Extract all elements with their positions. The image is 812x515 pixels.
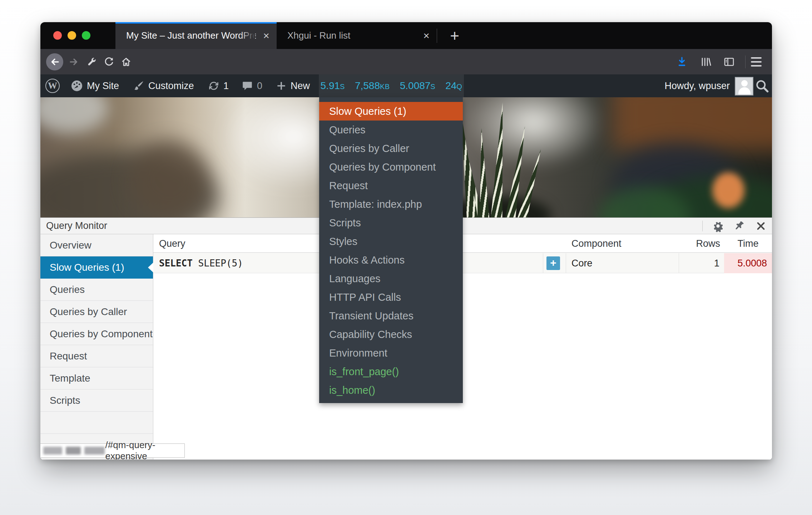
qm-menu-item-environment[interactable]: Environment bbox=[319, 344, 463, 362]
status-link-path: /#qm-query-expensive bbox=[105, 440, 184, 460]
update-arrows-icon bbox=[208, 80, 220, 92]
qm-menu-item-queries-by-component[interactable]: Queries by Component bbox=[319, 158, 463, 176]
reload-button[interactable] bbox=[101, 49, 117, 74]
tab-title: My Site – Just another WordPress si bbox=[115, 30, 256, 41]
qm-menu-item-slow-queries[interactable]: Slow Queries (1) bbox=[319, 102, 463, 121]
hero-chair-blur bbox=[130, 140, 208, 217]
wrench-button[interactable] bbox=[84, 49, 100, 74]
query-monitor-admin-item[interactable]: 5.91s 7,588kb 5.0087s 24q bbox=[319, 74, 464, 97]
qm-pin-button[interactable] bbox=[733, 220, 746, 232]
my-site-label: My Site bbox=[87, 80, 119, 92]
component-cell: Core bbox=[571, 253, 593, 273]
status-tooltip: /#qm-query-expensive bbox=[40, 443, 185, 458]
comments-menu[interactable]: 0 bbox=[241, 74, 262, 97]
comment-count: 0 bbox=[257, 80, 262, 92]
tab-close-icon[interactable]: × bbox=[256, 30, 277, 42]
my-site-menu[interactable]: My Site bbox=[70, 74, 119, 97]
hamburger-icon bbox=[751, 57, 762, 67]
wrench-icon bbox=[86, 57, 97, 67]
qm-menu-item-queries-by-caller[interactable]: Queries by Caller bbox=[319, 139, 463, 158]
qm-sidebar-item-queries-by-component[interactable]: Queries by Component bbox=[40, 323, 153, 345]
tab-xhgui[interactable]: Xhgui - Run list × bbox=[277, 22, 437, 49]
home-button[interactable] bbox=[118, 49, 134, 74]
qm-sidebar-item-overview[interactable]: Overview bbox=[40, 234, 153, 256]
sql-query-text: SELECT SLEEP(5) bbox=[159, 253, 243, 273]
new-tab-button[interactable]: + bbox=[442, 22, 467, 49]
qm-panel-title: Query Monitor bbox=[40, 220, 107, 231]
qm-menu-item-template[interactable]: Template: index.php bbox=[319, 195, 463, 214]
wp-logo-menu[interactable]: W bbox=[45, 74, 60, 97]
qm-menu-item-is-home[interactable]: is_home() bbox=[319, 381, 463, 399]
qm-sidebar-item-slow-queries[interactable]: Slow Queries (1) bbox=[40, 256, 153, 279]
stat-page-time: 5.91s bbox=[321, 80, 345, 92]
reload-icon bbox=[104, 57, 114, 67]
qm-menu-item-styles[interactable]: Styles bbox=[319, 232, 463, 251]
column-divider bbox=[543, 253, 543, 273]
sidebar-toggle-button[interactable] bbox=[723, 49, 735, 74]
downloads-button[interactable] bbox=[676, 49, 688, 74]
qm-close-button[interactable] bbox=[755, 220, 767, 232]
wp-admin-bar: W My Site Customize 1 0 bbox=[40, 74, 772, 97]
zoom-window-button[interactable] bbox=[82, 31, 90, 40]
browser-window: My Site – Just another WordPress si × Xh… bbox=[40, 22, 772, 460]
forward-icon bbox=[69, 57, 79, 67]
qm-col-time: Time bbox=[724, 234, 772, 253]
expand-row-button[interactable]: + bbox=[546, 256, 560, 270]
customize-menu[interactable]: Customize bbox=[133, 74, 194, 97]
qm-menu-item-capability-checks[interactable]: Capability Checks bbox=[319, 325, 463, 344]
new-content-menu[interactable]: New bbox=[276, 74, 310, 97]
redacted-domain bbox=[43, 447, 62, 455]
qm-menu-item-http-api-calls[interactable]: HTTP API Calls bbox=[319, 288, 463, 306]
qm-sidebar-item-queries[interactable]: Queries bbox=[40, 279, 153, 301]
account-menu[interactable]: Howdy, wpuser bbox=[664, 74, 730, 97]
qm-menu-item-request[interactable]: Request bbox=[319, 176, 463, 195]
tab-divider bbox=[437, 29, 437, 43]
minimize-window-button[interactable] bbox=[68, 31, 76, 40]
menu-button[interactable] bbox=[751, 49, 762, 74]
qm-menu-item-transient-updates[interactable]: Transient Updates bbox=[319, 306, 463, 325]
tab-close-icon[interactable]: × bbox=[416, 30, 437, 42]
hero-wood-shelf bbox=[612, 97, 772, 151]
tab-bar: My Site – Just another WordPress si × Xh… bbox=[40, 22, 772, 49]
close-window-button[interactable] bbox=[53, 31, 62, 40]
qm-menu-item-languages[interactable]: Languages bbox=[319, 269, 463, 288]
new-label: New bbox=[291, 80, 310, 92]
qm-dropdown-menu: Slow Queries (1) Queries Queries by Call… bbox=[319, 97, 463, 403]
updates-menu[interactable]: 1 bbox=[208, 74, 229, 97]
home-icon bbox=[121, 57, 132, 67]
avatar-body bbox=[738, 87, 751, 94]
customize-label: Customize bbox=[148, 80, 194, 92]
redacted-domain bbox=[66, 447, 80, 455]
hero-highlight bbox=[40, 97, 108, 133]
back-button[interactable] bbox=[45, 49, 64, 74]
tab-my-site[interactable]: My Site – Just another WordPress si × bbox=[115, 22, 277, 49]
tab-title-fade bbox=[239, 29, 255, 43]
qm-menu-item-hooks-actions[interactable]: Hooks & Actions bbox=[319, 251, 463, 269]
stat-query-time: 5.0087s bbox=[400, 80, 435, 92]
rows-cell: 1 bbox=[679, 253, 719, 273]
plus-icon bbox=[276, 80, 287, 92]
qm-sidebar-item-scripts[interactable]: Scripts bbox=[40, 389, 153, 412]
qm-col-rows: Rows bbox=[679, 234, 720, 253]
qm-menu-item-queries[interactable]: Queries bbox=[319, 121, 463, 139]
dashboard-gauge-icon bbox=[70, 79, 83, 92]
qm-sidebar-item-queries-by-caller[interactable]: Queries by Caller bbox=[40, 301, 153, 323]
qm-sidebar-item-template[interactable]: Template bbox=[40, 367, 153, 389]
qm-sidebar-item-partial[interactable] bbox=[40, 412, 153, 434]
column-divider bbox=[566, 253, 566, 273]
qm-menu-item-scripts[interactable]: Scripts bbox=[319, 214, 463, 232]
search-button[interactable] bbox=[754, 78, 770, 94]
qm-col-component: Component bbox=[571, 234, 622, 253]
redacted-domain bbox=[84, 447, 105, 455]
bokeh-light bbox=[712, 172, 744, 208]
forward-button[interactable] bbox=[66, 49, 82, 74]
qm-menu-item-is-front-page[interactable]: is_front_page() bbox=[319, 362, 463, 381]
stat-memory: 7,588kb bbox=[355, 80, 390, 92]
qm-header-divider bbox=[702, 221, 703, 231]
back-icon bbox=[46, 53, 63, 70]
qm-sidebar-item-request[interactable]: Request bbox=[40, 345, 153, 367]
avatar-head bbox=[741, 80, 748, 87]
avatar[interactable] bbox=[735, 77, 753, 95]
library-button[interactable] bbox=[700, 49, 712, 74]
qm-settings-button[interactable] bbox=[712, 220, 724, 232]
